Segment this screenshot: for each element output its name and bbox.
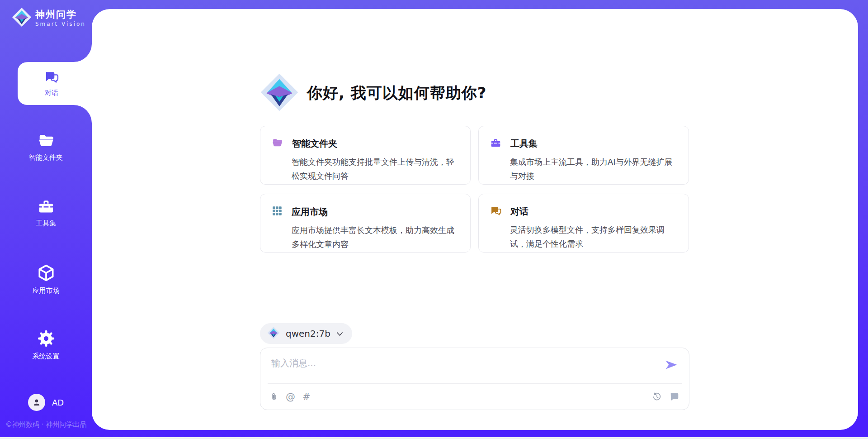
paperclip-icon[interactable] xyxy=(270,392,278,402)
send-icon[interactable] xyxy=(665,359,678,371)
brand-logo-diamond-icon xyxy=(12,7,32,29)
hash-icon[interactable]: # xyxy=(302,392,311,402)
sidebar-item-toolset[interactable]: 工具集 xyxy=(0,198,92,228)
folder-icon xyxy=(271,137,283,150)
folder-icon xyxy=(37,132,55,149)
comment-icon[interactable] xyxy=(669,392,679,401)
history-icon[interactable] xyxy=(652,392,662,402)
card-chat[interactable]: 对话 灵活切换多模型文件，支持多样回复效果调试，满足个性化需求 xyxy=(478,194,689,253)
toolbox-icon xyxy=(37,198,56,215)
card-title: 智能文件夹 xyxy=(292,138,337,150)
at-icon[interactable]: @ xyxy=(286,392,295,402)
gear-icon xyxy=(37,329,56,348)
sidebar-item-app-market[interactable]: 应用市场 xyxy=(0,263,92,295)
cube-icon xyxy=(37,263,56,282)
feature-cards: 智能文件夹 智能文件夹功能支持批量文件上传与清洗，轻松实现文件问答 工具集 集成… xyxy=(260,126,689,253)
card-smart-folder[interactable]: 智能文件夹 智能文件夹功能支持批量文件上传与清洗，轻松实现文件问答 xyxy=(260,126,471,185)
card-title: 工具集 xyxy=(510,138,538,150)
model-logo-diamond-icon xyxy=(267,326,280,341)
message-input[interactable] xyxy=(271,357,642,381)
chat-icon xyxy=(43,70,60,86)
sidebar-item-label: 应用市场 xyxy=(33,286,60,295)
sidebar-item-chat[interactable]: 对话 xyxy=(18,62,85,105)
card-description: 集成市场上主流工具，助力AI与外界无缝扩展与对接 xyxy=(510,155,678,183)
chat-icon xyxy=(490,205,502,218)
brand: 神州问学 Smart Vision xyxy=(12,7,86,29)
card-app-market[interactable]: 应用市场 应用市场提供丰富长文本模板，助力高效生成多样化文章内容 xyxy=(260,194,471,253)
chevron-down-icon xyxy=(336,329,343,338)
sidebar-footer-credit: ©神州数码 · 神州问学出品 xyxy=(5,420,86,429)
message-composer: @ # xyxy=(260,348,689,410)
composer-toolbar: @ # xyxy=(270,384,679,410)
greeting-title: 你好, 我可以如何帮助你? xyxy=(307,83,486,104)
sidebar-item-label: 工具集 xyxy=(36,219,56,228)
sidebar-item-label: 系统设置 xyxy=(33,352,60,361)
app-logo-diamond-icon xyxy=(260,72,299,114)
card-toolset[interactable]: 工具集 集成市场上主流工具，助力AI与外界无缝扩展与对接 xyxy=(478,126,689,185)
brand-name: 神州问学 xyxy=(35,9,86,20)
model-name: qwen2:7b xyxy=(286,328,330,339)
grid-icon xyxy=(271,205,283,219)
sidebar-item-smart-folder[interactable]: 智能文件夹 xyxy=(0,132,92,162)
sidebar: 神州问学 Smart Vision 对话 智能文件夹 工具集 应用市场 xyxy=(0,0,92,439)
horizontal-scrollbar[interactable] xyxy=(0,437,868,439)
briefcase-icon xyxy=(490,137,502,150)
sidebar-item-label: 智能文件夹 xyxy=(29,153,63,162)
card-title: 应用市场 xyxy=(292,206,328,218)
user-initials: AD xyxy=(52,398,64,407)
card-description: 灵活切换多模型文件，支持多样回复效果调试，满足个性化需求 xyxy=(510,223,678,251)
model-selector[interactable]: qwen2:7b xyxy=(260,323,352,344)
greeting-block: 你好, 我可以如何帮助你? xyxy=(260,72,486,114)
main-panel: 你好, 我可以如何帮助你? 智能文件夹 智能文件夹功能支持批量文件上传与清洗，轻… xyxy=(92,9,858,430)
avatar xyxy=(28,394,45,411)
card-description: 智能文件夹功能支持批量文件上传与清洗，轻松实现文件问答 xyxy=(292,155,459,183)
brand-subtitle: Smart Vision xyxy=(35,21,86,27)
card-title: 对话 xyxy=(510,205,528,218)
user-account[interactable]: AD xyxy=(0,394,92,411)
card-description: 应用市场提供丰富长文本模板，助力高效生成多样化文章内容 xyxy=(292,223,459,251)
sidebar-item-label: 对话 xyxy=(45,89,58,97)
sidebar-item-settings[interactable]: 系统设置 xyxy=(0,329,92,361)
